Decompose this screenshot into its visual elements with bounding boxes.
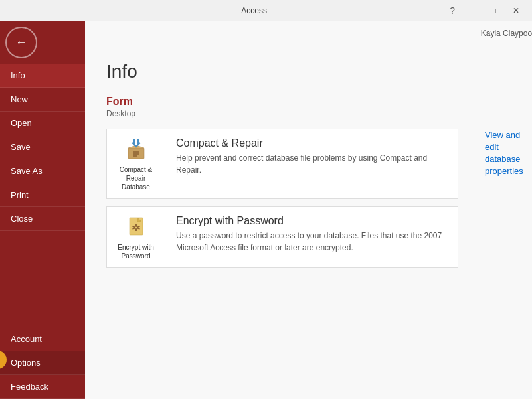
compact-repair-icon-label: Compact &Repair Database <box>114 165 158 191</box>
back-icon: ← <box>15 36 27 50</box>
close-button[interactable]: ✕ <box>505 3 527 19</box>
window-controls: ─ □ ✕ <box>460 3 527 19</box>
page-title: Info <box>106 61 523 82</box>
sidebar-item-save-as[interactable]: Save As <box>0 159 85 183</box>
main-content: Kayla Claypool Info Form Desktop <box>85 21 532 399</box>
sidebar-item-save[interactable]: Save <box>0 135 85 159</box>
app-container: ← Info New Open Save Save As Print Close… <box>0 21 532 399</box>
svg-point-5 <box>135 226 137 229</box>
titlebar: Access ? ─ □ ✕ <box>0 0 532 21</box>
minimize-button[interactable]: ─ <box>460 3 482 19</box>
username: Kayla Claypool <box>481 29 532 38</box>
info-panel: Info Form Desktop <box>85 45 532 399</box>
user-bar: Kayla Claypool <box>85 21 532 45</box>
sidebar-item-info[interactable]: Info <box>0 64 85 88</box>
sidebar-item-new[interactable]: New <box>0 88 85 112</box>
encrypt-password-card[interactable]: Encrypt withPassword Encrypt with Passwo… <box>106 206 458 268</box>
compact-repair-text: Compact & Repair Help prevent and correc… <box>165 129 458 184</box>
compact-repair-icon-box: Compact &Repair Database <box>107 129 165 198</box>
encrypt-password-text: Encrypt with Password Use a password to … <box>165 207 458 262</box>
encrypt-password-icon-box: Encrypt withPassword <box>107 207 165 267</box>
cards-row: Compact &Repair Database Compact & Repai… <box>106 129 523 268</box>
section-sub: Desktop <box>106 109 523 118</box>
compact-repair-card[interactable]: Compact &Repair Database Compact & Repai… <box>106 129 458 199</box>
encrypt-password-icon-label: Encrypt withPassword <box>118 243 153 260</box>
options-badge: 2 <box>0 351 7 369</box>
encrypt-password-desc: Use a password to restrict access to you… <box>176 230 447 254</box>
view-edit-properties-link[interactable]: View and edit database properties <box>485 130 523 176</box>
sidebar-item-options[interactable]: Options 2 <box>0 351 85 375</box>
cards-column: Compact &Repair Database Compact & Repai… <box>106 129 458 268</box>
back-button[interactable]: ← <box>5 27 37 58</box>
svg-rect-0 <box>128 148 144 159</box>
sidebar-item-feedback[interactable]: Feedback <box>0 375 85 399</box>
help-button[interactable]: ? <box>450 5 455 16</box>
section-title: Form <box>106 96 523 108</box>
sidebar: ← Info New Open Save Save As Print Close… <box>0 21 85 399</box>
encrypt-password-title: Encrypt with Password <box>176 215 447 227</box>
compact-repair-desc: Help prevent and correct database file p… <box>176 152 447 176</box>
side-link: View and edit database properties <box>485 129 523 177</box>
app-title: Access <box>58 6 450 15</box>
encrypt-password-icon <box>123 214 149 240</box>
compact-repair-icon <box>123 136 149 163</box>
sidebar-item-open[interactable]: Open <box>0 112 85 135</box>
sidebar-item-print[interactable]: Print <box>0 183 85 207</box>
sidebar-item-account[interactable]: Account <box>0 327 85 351</box>
compact-repair-title: Compact & Repair <box>176 137 447 149</box>
maximize-button[interactable]: □ <box>483 3 504 19</box>
sidebar-item-close[interactable]: Close <box>0 207 85 231</box>
